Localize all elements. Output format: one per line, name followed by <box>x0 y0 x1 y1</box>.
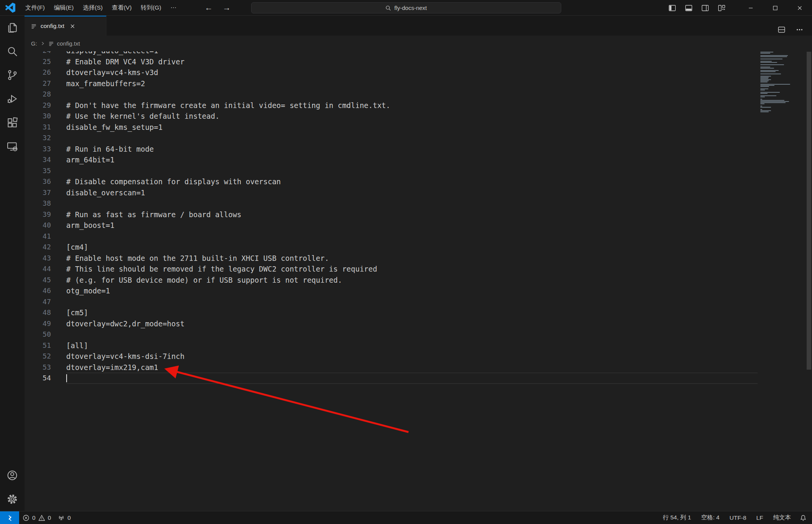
status-indentation[interactable]: 空格: 4 <box>696 511 724 524</box>
line-text: otg_mode=1 <box>66 285 758 296</box>
sidebar-item-remote-explorer[interactable] <box>0 134 25 158</box>
code-line-54[interactable]: 54 <box>25 373 812 384</box>
code-line-45[interactable]: 45# (e.g. for USB device mode) or if USB… <box>25 275 812 286</box>
account-button[interactable] <box>0 463 25 487</box>
minimap-line <box>760 77 769 78</box>
sidebar-item-explorer[interactable] <box>0 16 25 39</box>
sidebar-item-search[interactable] <box>0 39 25 63</box>
command-center-search[interactable]: fly-docs-next <box>251 2 561 13</box>
line-text: disable_fw_kms_setup=1 <box>66 122 758 133</box>
code-line-46[interactable]: 46otg_mode=1 <box>25 285 812 296</box>
menu-item-4[interactable]: 转到(G) <box>136 2 166 14</box>
minimap-line <box>760 71 776 72</box>
minimap-line <box>760 109 762 110</box>
line-number: 49 <box>25 318 66 329</box>
ports-status[interactable]: 0 <box>54 511 74 524</box>
menu-item-0[interactable]: 文件(F) <box>21 2 49 14</box>
line-text: [all] <box>66 340 758 351</box>
status-bar: 0 0 0 行 54, 列 1空格: 4UTF-8LF纯文本 <box>0 511 812 524</box>
code-line-28[interactable]: 28 <box>25 89 812 100</box>
bell-icon[interactable] <box>800 514 807 521</box>
more-actions-icon[interactable] <box>796 26 804 34</box>
code-line-29[interactable]: 29# Don't have the firmware create an in… <box>25 100 812 111</box>
explorer-icon <box>6 21 18 34</box>
sidebar-item-run-debug[interactable] <box>0 87 25 111</box>
navigate-back-icon[interactable]: ← <box>205 3 213 12</box>
code-line-26[interactable]: 26dtoverlay=vc4-kms-v3d <box>25 67 812 78</box>
title-bar: 文件(F)编辑(E)选择(S)查看(V)转到(G)⋯ ← → fly-docs-… <box>0 0 812 16</box>
code-line-33[interactable]: 33# Run in 64-bit mode <box>25 144 812 155</box>
remote-indicator[interactable] <box>0 511 19 524</box>
code-line-38[interactable]: 38 <box>25 198 812 209</box>
minimize-button[interactable] <box>738 0 763 16</box>
toggle-secondary-sidebar-icon[interactable] <box>701 4 709 12</box>
code-line-41[interactable]: 41 <box>25 231 812 242</box>
code-line-34[interactable]: 34arm_64bit=1 <box>25 154 812 165</box>
problems-status[interactable]: 0 0 <box>19 511 54 524</box>
code-line-52[interactable]: 52dtoverlay=vc4-kms-dsi-7inch <box>25 351 812 362</box>
line-number: 45 <box>25 275 66 286</box>
code-line-37[interactable]: 37disable_overscan=1 <box>25 187 812 198</box>
close-tab-icon[interactable] <box>70 23 75 29</box>
status-eol[interactable]: LF <box>751 511 768 524</box>
menu-item-2[interactable]: 选择(S) <box>78 2 107 14</box>
vscode-logo-icon <box>5 3 15 13</box>
code-line-30[interactable]: 30# Use the kernel's default instead. <box>25 111 812 122</box>
menu-item-1[interactable]: 编辑(E) <box>49 2 78 14</box>
minimap[interactable] <box>760 52 792 114</box>
code-line-32[interactable]: 32 <box>25 133 812 144</box>
line-text <box>66 165 758 177</box>
status-cursor-position[interactable]: 行 54, 列 1 <box>658 511 696 524</box>
code-line-27[interactable]: 27max_framebuffers=2 <box>25 78 812 89</box>
menu-bar: 文件(F)编辑(E)选择(S)查看(V)转到(G)⋯ <box>21 2 181 14</box>
status-language-mode[interactable]: 纯文本 <box>768 511 796 524</box>
code-line-43[interactable]: 43# Enable host mode on the 2711 built-i… <box>25 253 812 264</box>
minimap-line <box>760 59 783 59</box>
code-line-36[interactable]: 36# Disable compensation for displays wi… <box>25 176 812 187</box>
vertical-scrollbar[interactable] <box>807 52 811 370</box>
minimap-line <box>760 56 787 57</box>
tab-config-txt[interactable]: config.txt <box>25 16 106 36</box>
code-line-42[interactable]: 42[cm4] <box>25 242 812 253</box>
editor-pane[interactable]: 24display_auto_detect=125# Enable DRM VC… <box>25 36 812 511</box>
code-line-49[interactable]: 49dtoverlay=dwc2,dr_mode=host <box>25 318 812 329</box>
code-line-47[interactable]: 47 <box>25 296 812 308</box>
minimap-line <box>760 67 770 67</box>
minimap-line <box>760 76 771 77</box>
minimap-line <box>760 74 781 74</box>
status-bar-right: 行 54, 列 1空格: 4UTF-8LF纯文本 <box>658 511 812 524</box>
line-text: # This line should be removed if the leg… <box>66 264 758 275</box>
minimap-line <box>760 106 762 106</box>
code-line-48[interactable]: 48[cm5] <box>25 307 812 318</box>
code-line-50[interactable]: 50 <box>25 329 812 340</box>
line-text: # (e.g. for USB device mode) or if USB s… <box>66 275 758 286</box>
sidebar-item-source-control[interactable] <box>0 63 25 87</box>
menu-item-3[interactable]: 查看(V) <box>107 2 136 14</box>
settings-button[interactable] <box>0 487 25 511</box>
minimap-line <box>760 82 768 82</box>
code-line-31[interactable]: 31disable_fw_kms_setup=1 <box>25 122 812 133</box>
maximize-button[interactable] <box>763 0 787 16</box>
line-number: 44 <box>25 264 66 275</box>
editor-tab-bar: config.txt <box>25 16 812 36</box>
code-line-39[interactable]: 39# Run as fast as firmware / board allo… <box>25 209 812 220</box>
breadcrumb-drive[interactable]: G: <box>31 40 37 47</box>
sidebar-item-extensions[interactable] <box>0 111 25 134</box>
toggle-primary-sidebar-icon[interactable] <box>668 4 676 12</box>
line-number: 26 <box>25 67 66 78</box>
code-line-40[interactable]: 40arm_boost=1 <box>25 220 812 231</box>
status-encoding[interactable]: UTF-8 <box>724 511 751 524</box>
customize-layout-icon[interactable] <box>718 4 725 12</box>
code-line-51[interactable]: 51[all] <box>25 340 812 351</box>
line-number: 52 <box>25 351 66 362</box>
code-line-53[interactable]: 53dtoverlay=imx219,cam1 <box>25 362 812 373</box>
menu-item-5[interactable]: ⋯ <box>166 2 181 13</box>
breadcrumb-file[interactable]: config.txt <box>57 40 80 47</box>
split-editor-icon[interactable] <box>778 26 786 34</box>
toggle-panel-icon[interactable] <box>685 4 693 12</box>
code-line-44[interactable]: 44# This line should be removed if the l… <box>25 264 812 275</box>
close-window-button[interactable] <box>787 0 812 16</box>
code-line-25[interactable]: 25# Enable DRM VC4 V3D driver <box>25 56 812 67</box>
code-line-35[interactable]: 35 <box>25 165 812 177</box>
navigate-forward-icon[interactable]: → <box>223 3 231 12</box>
